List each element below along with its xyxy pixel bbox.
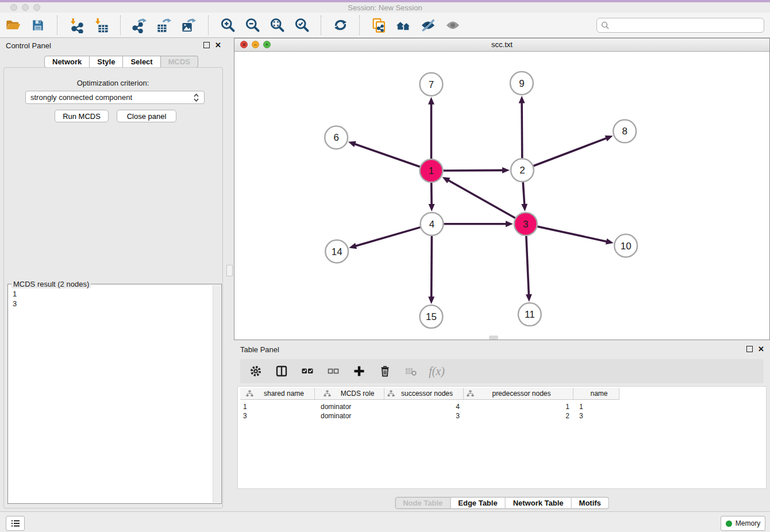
zoom-selected-icon <box>294 17 310 33</box>
graph-edge-4-14[interactable] <box>355 228 421 246</box>
table-mode-button[interactable] <box>274 364 289 379</box>
cell-successor-nodes: 3 <box>384 411 464 421</box>
graph-edge-1-6[interactable] <box>354 144 420 167</box>
column-header-name[interactable]: name <box>573 388 619 400</box>
zoom-selected-button[interactable] <box>293 17 310 34</box>
tab-style[interactable]: Style <box>90 56 123 68</box>
add-column-button[interactable] <box>352 364 367 379</box>
column-settings-button[interactable] <box>248 364 263 379</box>
edge-arrowhead <box>349 243 357 249</box>
edge-arrowhead <box>526 294 532 302</box>
memory-label: Memory <box>736 519 760 527</box>
mcds-result-line: 1 <box>13 289 209 299</box>
deselect-all-columns-button[interactable] <box>326 364 341 379</box>
toolbar-separator <box>120 16 121 35</box>
tab-select[interactable]: Select <box>123 56 160 68</box>
delete-table-button[interactable] <box>403 364 418 379</box>
network-from-selection-button[interactable] <box>370 17 387 34</box>
export-table-button[interactable] <box>156 17 173 34</box>
graph-edge-3-10[interactable] <box>537 226 607 241</box>
show-all-button[interactable] <box>444 17 461 34</box>
search-input[interactable] <box>612 20 760 30</box>
tab-mcds[interactable]: MCDS <box>161 56 198 68</box>
function-builder-button[interactable]: f(x) <box>429 364 444 379</box>
memory-status-icon <box>726 521 732 527</box>
split-columns-icon <box>275 364 288 378</box>
hide-selected-button[interactable] <box>419 17 437 34</box>
table-header-row: shared name MCDS role successor nodes pr… <box>240 388 619 400</box>
graph-edge-2-8[interactable] <box>533 138 607 166</box>
cell-mcds-role: dominator <box>315 402 384 411</box>
memory-button[interactable]: Memory <box>721 516 765 531</box>
import-network-icon <box>68 17 84 33</box>
column-header-successor-nodes[interactable]: successor nodes <box>384 388 464 400</box>
column-header-shared-name[interactable]: shared name <box>240 388 315 400</box>
edge-arrowhead <box>519 96 525 103</box>
select-all-columns-button[interactable] <box>300 364 315 379</box>
eye-icon <box>445 17 461 33</box>
table-splitter-handle[interactable] <box>489 336 498 340</box>
result-scrollbar[interactable] <box>213 285 221 503</box>
network-window-title: scc.txt <box>234 40 769 49</box>
save-session-button[interactable] <box>29 17 47 34</box>
tab-network-table[interactable]: Network Table <box>506 497 572 509</box>
mcds-result-textarea[interactable]: 1 3 <box>8 286 213 503</box>
criterion-select[interactable]: strongly connected component <box>25 91 205 104</box>
close-panel-icon[interactable]: ✕ <box>758 346 764 352</box>
tab-node-table[interactable]: Node Table <box>395 497 451 509</box>
main-toolbar <box>0 13 770 38</box>
delete-table-icon <box>404 364 418 378</box>
network-graph-canvas[interactable]: 1234678910111415 <box>234 51 769 340</box>
edge-arrowhead <box>506 221 513 227</box>
delete-column-button[interactable] <box>378 364 392 379</box>
cell-name: 3 <box>573 411 619 421</box>
column-header-mcds-role[interactable]: MCDS role <box>315 388 384 400</box>
graph-node-label: 2 <box>519 165 525 176</box>
hierarchy-icon <box>246 390 253 397</box>
main-titlebar: Session: New Session <box>0 2 770 13</box>
zoom-out-button[interactable] <box>244 17 261 34</box>
node-table: shared name MCDS role successor nodes pr… <box>237 386 767 489</box>
apply-layout-button[interactable] <box>332 17 349 34</box>
zoom-in-button[interactable] <box>219 17 236 34</box>
graph-edge-3-1[interactable] <box>448 180 515 218</box>
graph-edge-3-11[interactable] <box>526 236 529 296</box>
tab-network[interactable]: Network <box>44 56 90 68</box>
graph-edge-4-15[interactable] <box>432 236 432 298</box>
graph-node-label: 1 <box>429 165 434 176</box>
export-network-button[interactable] <box>131 17 148 34</box>
import-table-button[interactable] <box>93 17 110 34</box>
toolbar-separator <box>321 16 321 35</box>
tab-edge-table[interactable]: Edge Table <box>451 497 505 509</box>
run-mcds-button[interactable]: Run MCDS <box>55 110 109 122</box>
first-neighbors-button[interactable] <box>395 17 412 34</box>
graph-edge-2-3[interactable] <box>523 182 525 205</box>
import-network-button[interactable] <box>68 17 85 34</box>
control-panel-tabs: Network Style Select MCDS <box>44 56 198 68</box>
edge-arrowhead <box>521 204 528 211</box>
export-image-button[interactable] <box>180 17 198 34</box>
graph-node-label: 4 <box>429 219 434 230</box>
graph-node-label: 10 <box>621 241 632 252</box>
graph-edge-2-9[interactable] <box>522 102 522 159</box>
panel-splitter-handle[interactable] <box>226 265 233 276</box>
show-panels-button[interactable] <box>6 516 25 531</box>
list-icon <box>10 519 21 528</box>
table-row[interactable]: 1 dominator 4 1 1 <box>240 402 619 411</box>
close-panel-button[interactable]: Close panel <box>117 110 176 122</box>
zoom-fit-button[interactable] <box>268 17 286 34</box>
refresh-layout-icon <box>333 17 348 33</box>
search-box <box>596 18 764 33</box>
column-header-predecessor-nodes[interactable]: predecessor nodes <box>464 388 573 400</box>
houses-icon <box>395 17 411 33</box>
close-panel-icon[interactable]: ✕ <box>215 43 221 48</box>
graph-edge-1-2[interactable] <box>443 170 503 171</box>
float-panel-icon[interactable] <box>203 42 210 48</box>
open-session-button[interactable] <box>5 17 22 34</box>
search-icon <box>601 21 609 29</box>
tab-motifs[interactable]: Motifs <box>572 497 609 509</box>
float-panel-icon[interactable] <box>746 346 753 352</box>
open-folder-icon <box>5 17 21 33</box>
table-row[interactable]: 3 dominator 3 2 3 <box>240 411 619 421</box>
cell-shared-name: 3 <box>240 411 315 421</box>
